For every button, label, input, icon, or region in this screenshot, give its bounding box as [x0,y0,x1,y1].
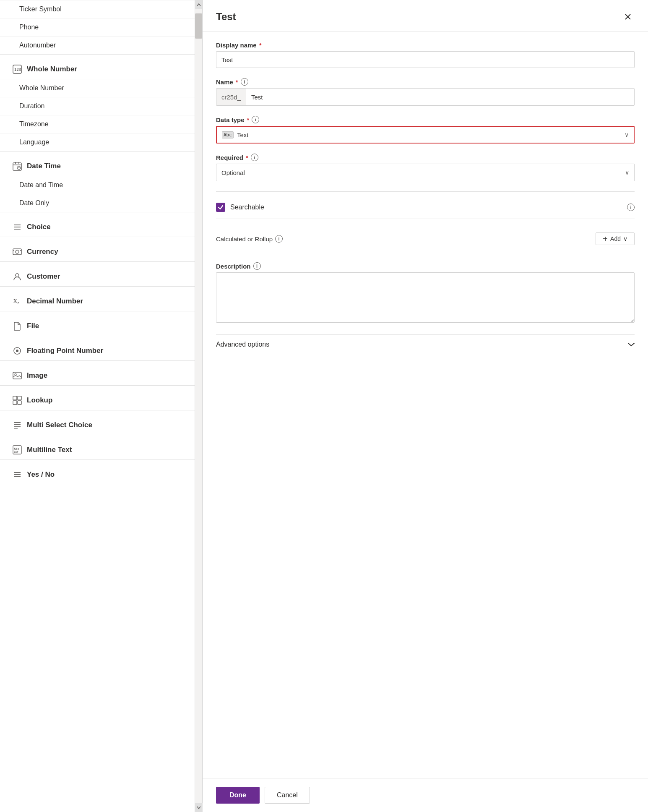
data-type-group: Data type * i Abc Text ∨ [216,116,635,144]
required-info-icon[interactable]: i [251,154,258,161]
searchable-checkbox[interactable] [216,203,225,212]
category-file[interactable]: File [0,311,195,336]
list-item-language[interactable]: Language [0,133,195,151]
searchable-row: Searchable i [216,199,635,215]
svg-point-13 [16,250,19,253]
name-info-icon[interactable]: i [241,78,248,86]
multiline-text-icon: Abc def [12,444,23,455]
display-name-group: Display name * [216,42,635,68]
data-type-required: * [247,116,250,123]
currency-icon [12,246,23,257]
name-required: * [236,78,238,86]
required-label: Required * i [216,154,635,161]
category-floating-point[interactable]: Floating Point Number [0,336,195,360]
scrollbar[interactable] [195,0,203,812]
list-item-date-only[interactable]: Date Only [0,194,195,212]
category-yes-no[interactable]: Yes / No [0,460,195,484]
category-customer[interactable]: Customer [0,261,195,286]
category-decimal-number[interactable]: X 2 Decimal Number [0,286,195,311]
cancel-button[interactable]: Cancel [265,787,310,804]
svg-rect-24 [18,396,21,400]
svg-rect-12 [13,249,21,255]
data-type-label: Data type * i [216,116,635,123]
required-group: Required * i Optional ∨ [216,154,635,181]
data-type-chevron: ∨ [625,131,629,138]
left-panel: Ticker Symbol Phone Autonumber 123 Whole… [0,0,195,812]
data-type-info-icon[interactable]: i [252,116,259,123]
panel-header: Test [203,0,648,31]
file-icon [12,321,23,332]
description-textarea[interactable] [216,272,635,323]
calc-label: Calculated or Rollup i [216,235,283,243]
customer-icon [12,271,23,282]
svg-point-20 [16,350,18,352]
searchable-divider [216,191,635,192]
data-type-value: Text [237,131,249,138]
svg-text:X: X [13,298,17,304]
floating-point-icon [12,345,23,356]
scroll-up-arrow[interactable] [195,0,202,9]
description-group: Description i [216,262,635,324]
close-button[interactable] [621,10,635,23]
whole-number-icon: 123 [12,64,23,75]
searchable-bottom-divider [216,219,635,219]
category-multiline-text[interactable]: Abc def Multiline Text [0,435,195,460]
panel-footer: Done Cancel [203,778,648,812]
choice-icon [12,222,23,232]
data-type-abc-icon: Abc [222,131,234,138]
yes-no-icon [12,469,23,480]
required-dropdown[interactable]: Optional ∨ [216,164,635,181]
multi-select-icon [12,420,23,431]
searchable-group: Searchable i [216,191,635,219]
list-item-timezone[interactable]: Timezone [0,115,195,133]
svg-rect-23 [13,396,17,400]
display-name-label: Display name * [216,42,635,49]
category-choice[interactable]: Choice [0,212,195,237]
done-button[interactable]: Done [216,787,260,804]
name-input[interactable] [246,89,634,105]
lookup-icon [12,395,23,406]
list-item-phone[interactable]: Phone [0,18,195,36]
category-date-time: Date Time [0,151,195,176]
add-button[interactable]: Add ∨ [596,232,635,245]
right-panel: Test Display name * Name * i cr [203,0,648,812]
calc-info-icon[interactable]: i [275,235,283,243]
panel-body: Display name * Name * i cr25d_ Data type… [203,31,648,778]
category-lookup[interactable]: Lookup [0,385,195,410]
display-name-required: * [259,42,262,49]
panel-title: Test [216,11,236,23]
svg-rect-25 [13,401,17,405]
description-label: Description i [216,262,635,270]
category-multi-select[interactable]: Multi Select Choice [0,410,195,435]
name-input-group: cr25d_ [216,88,635,106]
display-name-input[interactable] [216,51,635,68]
description-info-icon[interactable]: i [253,262,261,270]
add-label: Add [610,235,621,242]
searchable-info-icon[interactable]: i [627,204,635,211]
calc-divider [216,252,635,252]
svg-rect-21 [13,372,21,379]
list-item-duration[interactable]: Duration [0,97,195,115]
category-currency[interactable]: Currency [0,237,195,261]
svg-text:123: 123 [14,68,21,72]
date-time-icon [12,161,23,172]
required-chevron: ∨ [625,169,629,176]
add-chevron: ∨ [623,235,627,242]
searchable-label: Searchable [230,204,264,211]
list-item[interactable]: Ticker Symbol [0,0,195,18]
list-item-date-and-time[interactable]: Date and Time [0,176,195,194]
category-image[interactable]: Image [0,360,195,385]
list-item-whole-number[interactable]: Whole Number [0,79,195,97]
advanced-options-label: Advanced options [216,341,269,348]
svg-rect-26 [18,401,21,405]
data-type-dropdown[interactable]: Abc Text ∨ [216,126,635,144]
name-group: Name * i cr25d_ [216,78,635,106]
decimal-number-icon: X 2 [12,296,23,307]
scroll-thumb[interactable] [195,13,202,39]
scroll-down-arrow[interactable] [195,803,203,812]
scroll-track[interactable] [195,9,202,812]
advanced-options-row[interactable]: Advanced options [216,334,635,352]
svg-point-16 [16,274,19,277]
list-item-autonumber[interactable]: Autonumber [0,36,195,54]
advanced-chevron-icon [628,342,635,347]
